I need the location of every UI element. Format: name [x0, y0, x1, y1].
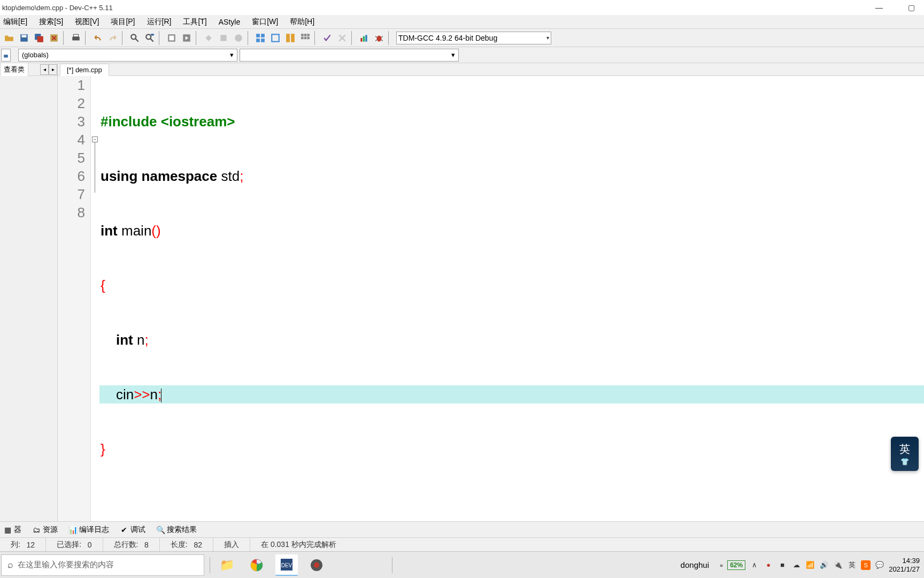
tray-record-icon[interactable]: ● [764, 560, 773, 570]
maximize-button[interactable]: ▢ [900, 2, 922, 13]
scope-global-select[interactable]: (globals) ▾ [18, 49, 237, 62]
sidebar-tab-classes[interactable]: 查看类 [0, 63, 28, 76]
menu-edit[interactable]: 编辑[E] [1, 16, 29, 28]
sidebar-scroll-left[interactable]: ◂ [40, 64, 49, 75]
text-cursor [161, 389, 161, 402]
compiler-label: TDM-GCC 4.9.2 64-bit Debug [398, 34, 497, 42]
svg-rect-3 [37, 36, 43, 42]
code-area[interactable]: 1 2 3 4 5 6 7 8 − #include <iostream> us… [58, 76, 924, 521]
code-text[interactable]: #include <iostream> using namespace std;… [99, 76, 924, 521]
cancel-icon[interactable] [335, 31, 349, 45]
menu-help[interactable]: 帮助[H] [288, 16, 317, 28]
tray-stop-icon[interactable]: ■ [777, 560, 787, 570]
profile-chart-icon[interactable] [357, 31, 371, 45]
recorder-icon[interactable] [305, 554, 328, 576]
check-icon[interactable] [320, 31, 334, 45]
compile-small-icon: ▦ [3, 526, 12, 534]
ime-shirt-icon: 👕 [900, 458, 909, 466]
menu-tools[interactable]: 工具[T] [181, 16, 209, 28]
svg-rect-5 [72, 36, 80, 40]
menu-astyle[interactable]: AStyle [217, 17, 242, 27]
compile-icon[interactable] [165, 31, 179, 45]
svg-rect-11 [170, 35, 174, 40]
fold-toggle-icon[interactable]: − [92, 136, 98, 142]
menu-run[interactable]: 运行[R] [145, 16, 174, 28]
tray-volume-icon[interactable]: 🔊 [819, 560, 829, 570]
chart-icon: 📊 [68, 526, 77, 534]
undo-icon[interactable] [91, 31, 105, 45]
tray-onedrive-icon[interactable]: ☁ [791, 560, 801, 570]
devcpp-icon[interactable]: DEV [275, 554, 298, 576]
close-file-icon[interactable] [47, 31, 61, 45]
windows-tile-icon[interactable] [253, 31, 267, 45]
replace-icon[interactable] [143, 31, 157, 45]
menu-view[interactable]: 视图[V] [73, 16, 101, 28]
tray-notification-icon[interactable]: 💬 [875, 560, 884, 570]
svg-rect-22 [307, 34, 310, 36]
tray-username[interactable]: donghui [681, 560, 709, 569]
editor-tab-demcpp[interactable]: [*] dem.cpp [60, 64, 109, 76]
svg-point-8 [146, 34, 151, 39]
tray-sogou-icon[interactable]: S [861, 560, 871, 570]
svg-rect-26 [360, 38, 362, 42]
tray-chevron-icon[interactable]: » [720, 562, 723, 568]
menu-search[interactable]: 搜索[S] [37, 16, 65, 28]
toolbar: TDM-GCC 4.9.2 64-bit Debug ▾ [0, 29, 924, 47]
tray-wifi-icon[interactable]: 📶 [805, 560, 815, 570]
save-all-icon[interactable] [32, 31, 46, 45]
debug-bug-icon[interactable] [372, 31, 386, 45]
bottom-tab-search-results[interactable]: 🔍搜索结果 [153, 523, 200, 536]
svg-rect-19 [291, 34, 295, 42]
windows-grid-icon[interactable] [283, 31, 297, 45]
taskbar-search[interactable]: ⌕ 在这里输入你要搜索的内容 [1, 554, 204, 576]
tray-ime-icon[interactable]: 英 [847, 560, 857, 570]
toggle-bookmark-icon[interactable] [202, 31, 215, 45]
bottom-tab-debug[interactable]: ✔调试 [117, 523, 149, 536]
windows-taskbar: ⌕ 在这里输入你要搜索的内容 📁 DEV donghui » 62% ∧ ● ■… [0, 551, 924, 578]
browser-icon[interactable] [245, 554, 268, 576]
ime-indicator[interactable]: 英 👕 [891, 437, 919, 471]
resources-icon: 🗂 [32, 526, 41, 534]
file-explorer-icon[interactable]: 📁 [215, 554, 238, 576]
fold-column: − [91, 76, 99, 521]
statusbar: 列: 12 已选择: 0 总行数: 8 长度: 82 插入 在 0.031 秒内… [0, 537, 924, 551]
run-icon[interactable] [180, 31, 194, 45]
windows-all-icon[interactable] [298, 31, 312, 45]
fold-line [95, 142, 95, 193]
sidebar: 查看类 ◂ ▸ [0, 63, 58, 521]
scope-lock-icon[interactable] [1, 49, 11, 62]
check-small-icon: ✔ [120, 526, 128, 534]
dropdown-icon: ▾ [451, 51, 455, 59]
svg-rect-18 [286, 34, 290, 42]
bottom-tab-compiler[interactable]: ▦器 [0, 523, 25, 536]
svg-rect-21 [304, 34, 307, 36]
tray-power-icon[interactable]: 🔌 [833, 560, 843, 570]
menu-window[interactable]: 窗口[W] [250, 16, 280, 28]
tray-up-icon[interactable]: ∧ [750, 560, 759, 570]
goto-icon[interactable] [232, 31, 245, 45]
bottom-panel-tabs: ▦器 🗂资源 📊编译日志 ✔调试 🔍搜索结果 [0, 521, 924, 537]
save-icon[interactable] [17, 31, 31, 45]
menu-project[interactable]: 项目[P] [109, 16, 137, 28]
redo-icon[interactable] [106, 31, 120, 45]
sidebar-scroll-right[interactable]: ▸ [49, 64, 57, 75]
battery-indicator[interactable]: 62% [727, 560, 745, 570]
svg-rect-13 [256, 34, 260, 37]
tray-clock[interactable]: 14:39 2021/1/27 [889, 557, 920, 574]
print-icon[interactable] [69, 31, 83, 45]
taskbar-pinned-apps: 📁 DEV [215, 554, 328, 576]
svg-text:DEV: DEV [281, 562, 292, 568]
bottom-tab-compile-log[interactable]: 📊编译日志 [65, 523, 112, 536]
search-placeholder: 在这里输入你要搜索的内容 [18, 560, 114, 570]
open-icon[interactable] [2, 31, 16, 45]
find-icon[interactable] [128, 31, 142, 45]
window-single-icon[interactable] [268, 31, 282, 45]
scope-member-select[interactable]: ▾ [240, 49, 459, 62]
svg-rect-27 [363, 36, 365, 41]
svg-point-7 [131, 34, 136, 39]
next-bookmark-icon[interactable] [217, 31, 230, 45]
bottom-tab-resources[interactable]: 🗂资源 [29, 523, 61, 536]
minimize-button[interactable]: — [868, 2, 890, 13]
editor-tabs: [*] dem.cpp [58, 63, 924, 76]
compiler-select[interactable]: TDM-GCC 4.9.2 64-bit Debug ▾ [396, 32, 551, 44]
